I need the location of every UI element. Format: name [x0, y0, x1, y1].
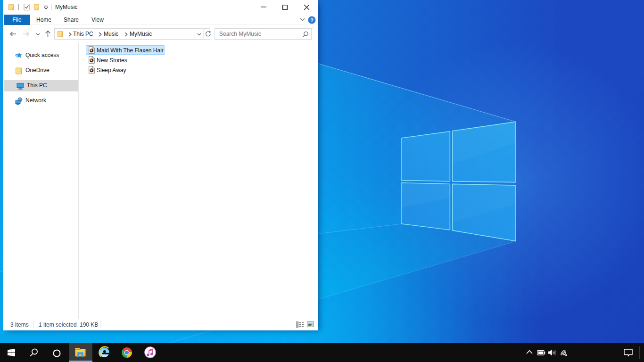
svg-text:?: ?: [310, 17, 314, 23]
